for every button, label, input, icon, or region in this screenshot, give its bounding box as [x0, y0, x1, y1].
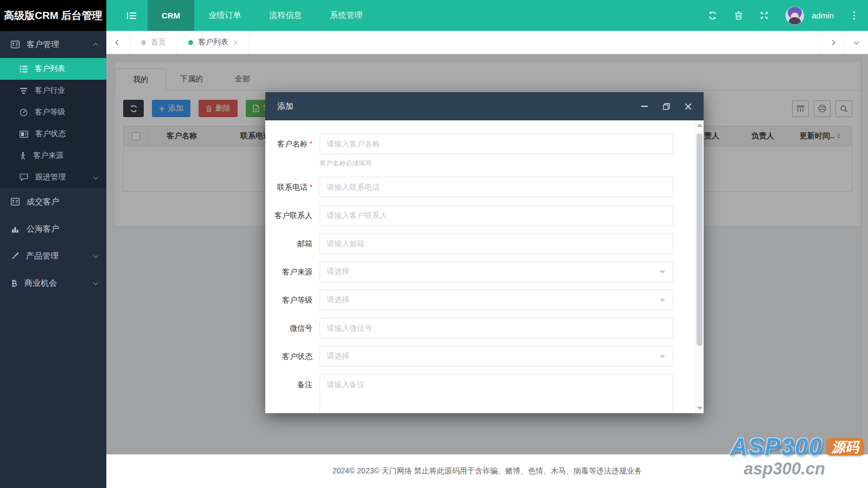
field-control: 客户名称必须填写	[320, 133, 673, 169]
scrollbar-thumb[interactable]	[697, 133, 703, 346]
bitcoin-icon	[11, 279, 17, 287]
comments-icon	[20, 174, 28, 181]
sidebar-item-business-opportunity[interactable]: 商业机会	[0, 269, 106, 297]
sidebar-item-customer-list[interactable]: 客户列表	[0, 58, 106, 80]
sidebar-item-followup-mgmt[interactable]: 跟进管理	[0, 166, 106, 188]
field-label: 微信号	[270, 318, 320, 338]
customer-name-input[interactable]	[320, 133, 673, 154]
nav-item-orders[interactable]: 业绩订单	[194, 0, 255, 31]
dashboard-icon	[20, 108, 28, 117]
nav-item-label: CRM	[162, 11, 180, 20]
form-row-email: 邮箱	[270, 233, 673, 254]
clear-cache-button[interactable]	[735, 11, 743, 20]
select-placeholder: 请选择	[327, 267, 349, 277]
tab-home[interactable]: 首页	[130, 31, 177, 54]
sidebar-item-customer-mgmt[interactable]: 客户管理	[0, 31, 106, 58]
field-label: 客户联系人	[270, 205, 320, 226]
sidebar-item-customer-status[interactable]: 客户状态	[0, 123, 106, 145]
field-control: 请选择	[320, 290, 673, 310]
nav-item-label: 系统管理	[330, 10, 362, 21]
sidebar-item-label: 公海客户	[27, 224, 59, 234]
form-row-contact-person: 客户联系人	[270, 205, 673, 226]
tab-label: 客户列表	[198, 37, 228, 47]
top-nav: CRM 业绩订单 流程信息 系统管理 admin	[106, 0, 868, 31]
app-logo: 高级版CRM 后台管理	[0, 0, 106, 31]
watermark-brand: ASP300	[730, 434, 822, 459]
tabs-scroll-left-button[interactable]	[106, 31, 130, 54]
nav-item-crm[interactable]: CRM	[148, 0, 194, 31]
page-tabbar: 首页 客户列表	[106, 31, 868, 54]
sidebar-item-label: 客户等级	[35, 107, 65, 117]
sidebar-item-customer-level[interactable]: 客户等级	[0, 101, 106, 123]
sidebar-item-label: 客户来源	[33, 151, 63, 160]
sidebar-item-product-mgmt[interactable]: 产品管理	[0, 242, 106, 269]
field-control	[320, 233, 673, 254]
trash-icon	[735, 11, 743, 20]
chevron-down-icon	[854, 39, 859, 44]
more-menu-button[interactable]	[851, 9, 857, 22]
sidebar-item-customer-source[interactable]: 客户来源	[0, 145, 106, 166]
modal-scrollbar[interactable]	[695, 120, 704, 413]
chevron-down-icon	[93, 280, 99, 285]
refresh-icon	[708, 11, 717, 20]
sidebar-item-label: 客户行业	[35, 86, 65, 95]
sidebar-item-label: 产品管理	[26, 251, 59, 261]
contact-person-input[interactable]	[320, 205, 673, 226]
remark-textarea[interactable]	[320, 374, 673, 413]
modal-header[interactable]: 添加	[265, 92, 704, 120]
nav-item-system[interactable]: 系统管理	[316, 0, 376, 31]
copyright-text: 2024© 2023© 天门网络 禁止将此源码用于含诈骗、赌博、色情、木马、病毒…	[333, 466, 642, 476]
fullscreen-button[interactable]	[760, 11, 768, 20]
sidebar-item-label: 客户状态	[35, 129, 66, 139]
tabs-menu-button[interactable]	[844, 31, 868, 54]
phone-input[interactable]	[320, 177, 673, 197]
asp300-watermark: ASP300 源码 asp300.cn	[730, 434, 864, 478]
sidebar-item-public-customers[interactable]: 公海客户	[0, 215, 106, 242]
field-control	[320, 205, 673, 226]
field-label: 客户等级	[270, 290, 320, 310]
paintbrush-icon	[11, 252, 19, 260]
field-control	[320, 318, 673, 338]
restore-icon	[663, 103, 670, 110]
select-caret-icon	[660, 299, 665, 302]
sidebar-item-customer-industry[interactable]: 客户行业	[0, 80, 106, 101]
minimize-button[interactable]	[641, 102, 648, 110]
user-avatar[interactable]	[786, 7, 804, 25]
maximize-button[interactable]	[662, 102, 670, 110]
tabs-scroll-right-button[interactable]	[820, 31, 844, 54]
list-icon	[20, 66, 28, 73]
email-input[interactable]	[320, 233, 673, 254]
tab-label: 首页	[151, 37, 166, 47]
form-row-customer-level: 客户等级 请选择	[270, 290, 673, 310]
fullscreen-icon	[760, 11, 768, 20]
close-icon[interactable]	[233, 40, 238, 45]
tab-customer-list[interactable]: 客户列表	[177, 31, 250, 54]
close-button[interactable]	[684, 102, 692, 110]
field-control	[320, 177, 673, 197]
sidebar-item-label: 客户列表	[35, 64, 65, 74]
sidebar-collapse-button[interactable]	[116, 0, 148, 31]
chevron-down-icon	[93, 253, 99, 258]
scroll-down-arrow-icon[interactable]	[697, 407, 703, 410]
customer-status-select[interactable]: 请选择	[320, 346, 673, 367]
nav-item-process[interactable]: 流程信息	[255, 0, 316, 31]
refresh-button[interactable]	[708, 11, 717, 20]
field-label: 备注	[270, 374, 320, 413]
app-header: 高级版CRM 后台管理 CRM 业绩订单 流程信息 系统管理 admin	[0, 0, 868, 31]
scroll-up-arrow-icon[interactable]	[697, 124, 703, 127]
sidebar-item-closed-customers[interactable]: 成交客户	[0, 188, 106, 215]
add-customer-modal: 添加 客户名称 客户名称必须填写 联系电话 客户联系人	[265, 92, 704, 413]
customer-level-select[interactable]: 请选择	[320, 290, 673, 310]
sidebar-submenu-customer: 客户列表 客户行业 客户等级 客户状态 客户来源 跟进管理	[0, 58, 106, 188]
customer-source-select[interactable]: 请选择	[320, 261, 673, 282]
header-actions: admin	[708, 0, 868, 31]
wechat-input[interactable]	[320, 318, 673, 338]
image-card-icon	[20, 131, 28, 138]
watermark-domain: asp300.cn	[730, 460, 864, 478]
sidebar-item-label: 跟进管理	[35, 172, 66, 182]
chevron-up-icon	[93, 42, 99, 48]
sidebar: 客户管理 客户列表 客户行业 客户等级 客户状态 客户来源 跟进管理	[0, 31, 106, 488]
username[interactable]: admin	[812, 11, 834, 20]
sidebar-item-label: 成交客户	[27, 197, 59, 207]
modal-title: 添加	[277, 101, 293, 112]
